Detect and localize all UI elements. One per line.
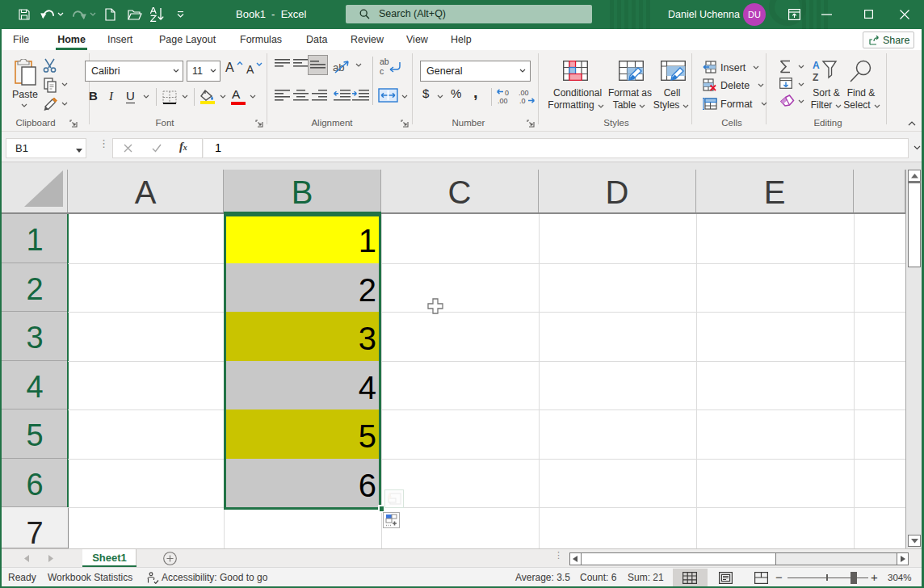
svg-text:0: 0 [505, 89, 509, 97]
svg-text:c: c [380, 66, 384, 75]
svg-text:Z: Z [813, 72, 818, 82]
svg-text:.00: .00 [519, 89, 529, 97]
svg-text:A: A [813, 60, 820, 71]
svg-text:.0: .0 [519, 97, 526, 104]
svg-text:ab: ab [380, 57, 389, 66]
svg-text:ab: ab [333, 61, 344, 74]
svg-text:.00: .00 [498, 97, 508, 104]
